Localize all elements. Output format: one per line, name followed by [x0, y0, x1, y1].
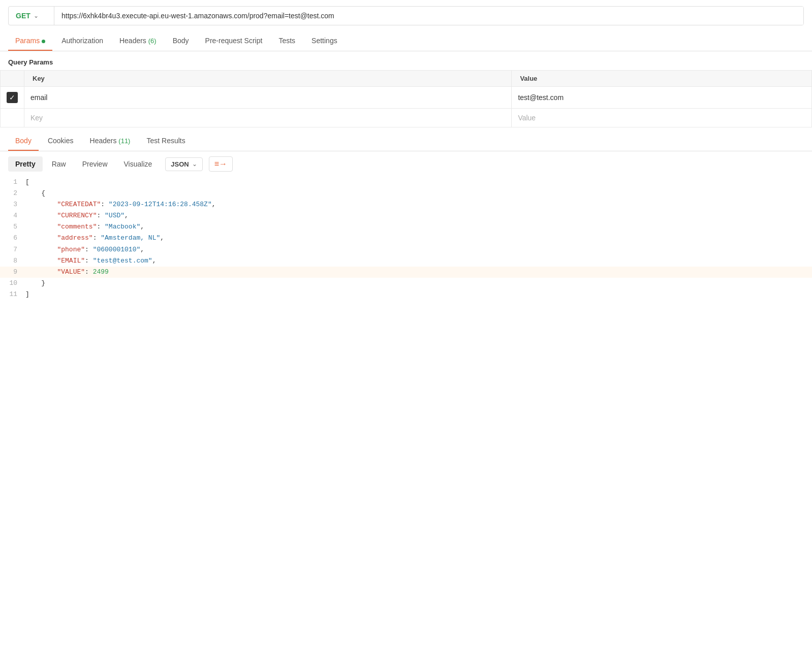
line-content: "comments": "Macbook", [25, 221, 812, 233]
tab-response-cookies[interactable]: Cookies [41, 132, 81, 151]
line-content: { [25, 188, 812, 199]
tab-authorization[interactable]: Authorization [54, 31, 110, 51]
pretty-button[interactable]: Pretty [8, 156, 43, 172]
tab-response-body[interactable]: Body [8, 132, 39, 151]
json-line: 8 "EMAIL": "test@test.com", [0, 255, 812, 267]
tab-tests[interactable]: Tests [271, 31, 302, 51]
json-line: 1 [ [0, 177, 812, 188]
table-row: ✓ email test@test.com [1, 87, 812, 109]
tab-response-headers[interactable]: Headers (11) [83, 132, 138, 151]
line-number: 1 [0, 177, 25, 188]
line-content: "VALUE": 2499 [25, 267, 812, 278]
preview-button[interactable]: Preview [75, 156, 115, 172]
format-selector[interactable]: JSON ⌄ [165, 157, 202, 171]
json-line: 6 "address": "Amsterdam, NL", [0, 233, 812, 244]
json-line: 10 } [0, 278, 812, 289]
line-number: 8 [0, 255, 25, 267]
json-line: 3 "CREATEDAT": "2023-09-12T14:16:28.458Z… [0, 199, 812, 210]
line-number: 3 [0, 199, 25, 210]
tab-headers[interactable]: Headers (6) [112, 31, 164, 51]
checkbox-col-header [1, 71, 24, 87]
line-content: [ [25, 177, 812, 188]
tab-params[interactable]: Params [8, 31, 52, 51]
raw-button[interactable]: Raw [45, 156, 73, 172]
line-number: 2 [0, 188, 25, 199]
line-number: 5 [0, 221, 25, 233]
line-content: ] [25, 289, 812, 300]
json-line: 4 "CURRENCY": "USD", [0, 210, 812, 221]
json-line: 11 ] [0, 289, 812, 300]
body-toolbar: Pretty Raw Preview Visualize JSON ⌄ ≡→ [0, 151, 812, 177]
tab-prerequest[interactable]: Pre-request Script [198, 31, 270, 51]
chevron-down-icon: ⌄ [34, 12, 39, 19]
line-content: } [25, 278, 812, 289]
json-line-highlighted: 9 "VALUE": 2499 [0, 267, 812, 278]
line-number: 7 [0, 244, 25, 255]
line-number: 6 [0, 233, 25, 244]
response-tabs: Body Cookies Headers (11) Test Results [0, 132, 812, 151]
line-number: 4 [0, 210, 25, 221]
tab-settings[interactable]: Settings [304, 31, 345, 51]
wrap-button[interactable]: ≡→ [209, 156, 233, 172]
url-bar: GET ⌄ [8, 6, 804, 25]
json-viewer: 1 [ 2 { 3 "CREATEDAT": "2023-09-12T14:16… [0, 177, 812, 308]
checkbox-checked-icon[interactable]: ✓ [7, 92, 18, 103]
line-content: "CURRENCY": "USD", [25, 210, 812, 221]
checkbox-cell[interactable]: ✓ [1, 87, 24, 109]
method-selector[interactable]: GET ⌄ [9, 7, 54, 25]
wrap-icon: ≡→ [214, 159, 227, 169]
url-input[interactable] [54, 7, 803, 25]
line-content: "EMAIL": "test@test.com", [25, 255, 812, 267]
query-params-title: Query Params [0, 51, 812, 70]
params-table: Key Value ✓ email test@test.com Key Valu… [0, 70, 812, 127]
tab-body[interactable]: Body [166, 31, 196, 51]
line-content: "address": "Amsterdam, NL", [25, 233, 812, 244]
tab-test-results[interactable]: Test Results [139, 132, 192, 151]
visualize-button[interactable]: Visualize [117, 156, 160, 172]
table-row-empty: Key Value [1, 109, 812, 127]
value-cell[interactable]: test@test.com [512, 87, 812, 109]
json-line: 5 "comments": "Macbook", [0, 221, 812, 233]
key-col-header: Key [24, 71, 512, 87]
key-cell[interactable]: email [24, 87, 512, 109]
chevron-down-icon: ⌄ [192, 160, 197, 168]
empty-value-cell[interactable]: Value [512, 109, 812, 127]
line-number: 10 [0, 278, 25, 289]
json-line: 2 { [0, 188, 812, 199]
value-col-header: Value [512, 71, 812, 87]
empty-checkbox-cell[interactable] [1, 109, 24, 127]
empty-key-cell[interactable]: Key [24, 109, 512, 127]
line-number: 11 [0, 289, 25, 300]
params-dot [42, 40, 45, 43]
format-label: JSON [171, 160, 189, 168]
line-content: "CREATEDAT": "2023-09-12T14:16:28.458Z", [25, 199, 812, 210]
line-content: "phone": "0600001010", [25, 244, 812, 255]
request-tabs: Params Authorization Headers (6) Body Pr… [0, 31, 812, 51]
line-number: 9 [0, 267, 25, 278]
json-line: 7 "phone": "0600001010", [0, 244, 812, 255]
http-method: GET [16, 12, 30, 20]
